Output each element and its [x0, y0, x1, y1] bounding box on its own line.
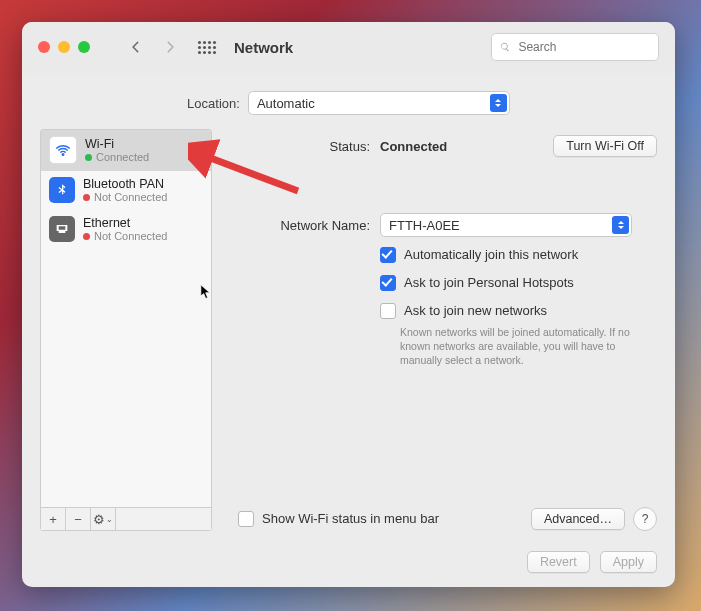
network-name-select[interactable]: FTTH-A0EE	[380, 213, 632, 237]
forward-button[interactable]	[156, 34, 184, 60]
turn-wifi-off-button[interactable]: Turn Wi-Fi Off	[553, 135, 657, 157]
remove-connection-button[interactable]: −	[66, 508, 91, 530]
network-name-value: FTTH-A0EE	[389, 218, 460, 233]
sidebar-item-wifi[interactable]: Wi-Fi Connected	[41, 130, 211, 171]
ask-hotspot-checkbox[interactable]	[380, 275, 396, 291]
sidebar-footer: + − ⚙︎⌄	[41, 507, 211, 530]
window-title: Network	[234, 39, 293, 56]
auto-join-checkbox[interactable]	[380, 247, 396, 263]
location-select[interactable]: Automatic	[248, 91, 510, 115]
ethernet-icon	[49, 216, 75, 242]
status-dot-icon	[85, 154, 92, 161]
toolbar: Network	[22, 22, 675, 73]
wifi-icon	[49, 136, 77, 164]
revert-button[interactable]: Revert	[527, 551, 590, 573]
show-all-button[interactable]	[194, 34, 220, 60]
gear-icon: ⚙︎	[93, 512, 105, 527]
search-icon	[500, 41, 510, 53]
conn-name: Ethernet	[83, 216, 167, 230]
status-label: Status:	[230, 139, 370, 154]
network-window: Network Location: Automatic	[22, 22, 675, 587]
show-menubar-checkbox[interactable]	[238, 511, 254, 527]
sidebar-item-ethernet[interactable]: Ethernet Not Connected	[41, 210, 211, 249]
status-value: Connected	[380, 139, 447, 154]
ask-new-networks-checkbox[interactable]	[380, 303, 396, 319]
chevron-updown-icon	[612, 216, 629, 234]
connection-actions-button[interactable]: ⚙︎⌄	[91, 508, 116, 530]
help-button[interactable]: ?	[633, 507, 657, 531]
add-connection-button[interactable]: +	[41, 508, 66, 530]
bluetooth-icon	[49, 177, 75, 203]
window-controls	[38, 41, 90, 53]
conn-name: Bluetooth PAN	[83, 177, 167, 191]
zoom-window-button[interactable]	[78, 41, 90, 53]
chevron-down-icon: ⌄	[106, 515, 113, 524]
connection-sidebar: Wi-Fi Connected Bluetooth PAN Not Connec…	[40, 129, 212, 531]
search-field[interactable]	[491, 33, 659, 61]
advanced-button[interactable]: Advanced…	[531, 508, 625, 530]
cursor-icon	[200, 283, 213, 301]
close-window-button[interactable]	[38, 41, 50, 53]
ask-new-networks-label: Ask to join new networks	[404, 303, 547, 318]
show-menubar-label: Show Wi-Fi status in menu bar	[262, 511, 439, 526]
connection-list: Wi-Fi Connected Bluetooth PAN Not Connec…	[41, 130, 211, 507]
ask-new-networks-help: Known networks will be joined automatica…	[400, 325, 640, 368]
window-footer: Revert Apply	[22, 541, 675, 587]
location-label: Location:	[187, 96, 240, 111]
chevron-updown-icon	[490, 94, 507, 112]
status-dot-icon	[83, 194, 90, 201]
auto-join-label: Automatically join this network	[404, 247, 578, 262]
conn-name: Wi-Fi	[85, 137, 149, 151]
sidebar-footer-spacer	[116, 508, 211, 530]
search-input[interactable]	[516, 39, 650, 55]
apply-button[interactable]: Apply	[600, 551, 657, 573]
sidebar-item-bluetooth-pan[interactable]: Bluetooth PAN Not Connected	[41, 171, 211, 210]
location-value: Automatic	[257, 96, 315, 111]
connection-detail: Status: Connected Turn Wi-Fi Off Network…	[230, 129, 657, 531]
minimize-window-button[interactable]	[58, 41, 70, 53]
network-name-label: Network Name:	[230, 218, 370, 233]
ask-hotspot-label: Ask to join Personal Hotspots	[404, 275, 574, 290]
back-button[interactable]	[122, 34, 150, 60]
status-dot-icon	[83, 233, 90, 240]
